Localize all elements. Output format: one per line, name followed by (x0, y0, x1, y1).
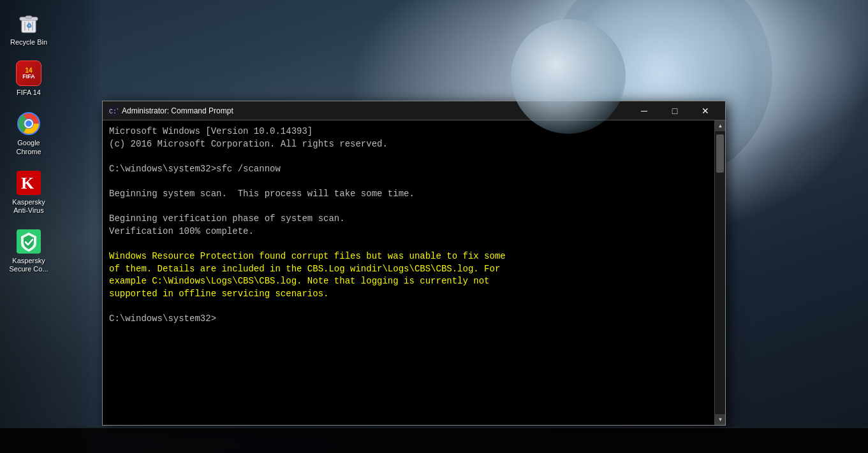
recycle-bin-icon-container[interactable]: ♻ Recycle Bin (3, 6, 54, 50)
scrollbar-thumb[interactable] (716, 134, 724, 173)
cmd-line-8: Beginning verification phase of system s… (109, 213, 708, 226)
cmd-line-14: supported in offline servicing scenarios… (109, 288, 708, 301)
fifa-label: FIFA 14 (17, 89, 41, 97)
cmd-line-6: Beginning system scan. This process will… (109, 188, 708, 201)
cmd-line-10 (109, 238, 708, 250)
cmd-line-7 (109, 201, 708, 213)
kaspersky-av-icon-container[interactable]: K Kaspersky Anti-Virus (3, 166, 54, 219)
cmd-line-16: C:\windows\system32> (109, 313, 708, 326)
titlebar-buttons: ─ □ ✕ (629, 101, 720, 120)
cmd-scrollbar[interactable]: ▲ ▼ (714, 120, 725, 425)
cmd-line-2: (c) 2016 Microsoft Corporation. All righ… (109, 138, 708, 151)
cmd-line-11: Windows Resource Protection found corrup… (109, 250, 708, 263)
scrollbar-down-arrow[interactable]: ▼ (715, 414, 725, 425)
chrome-icon-container[interactable]: Google Chrome (3, 107, 54, 159)
cmd-line-3 (109, 150, 708, 163)
cmd-line-5 (109, 175, 708, 188)
fifa-icon-graphic: 14 FIFA (16, 61, 41, 86)
cmd-titlebar-icon: C:\ (108, 106, 118, 116)
kaspersky-secure-image (16, 229, 41, 254)
svg-text:♻: ♻ (26, 22, 32, 29)
cmd-titlebar-title: Administrator: Command Prompt (122, 106, 629, 115)
fifa-icon-container[interactable]: 14 FIFA FIFA 14 (3, 57, 54, 101)
svg-rect-2 (26, 16, 32, 18)
desktop: ♻ Recycle Bin 14 FIFA FIFA 14 (0, 0, 868, 453)
svg-text:C:\: C:\ (109, 108, 118, 115)
chrome-image (16, 111, 41, 136)
scrollbar-track[interactable] (715, 131, 725, 414)
cmd-titlebar[interactable]: C:\ Administrator: Command Prompt ─ □ ✕ (103, 101, 725, 120)
cmd-line-12: of them. Details are included in the CBS… (109, 263, 708, 276)
chrome-label: Google Chrome (6, 139, 52, 155)
close-button[interactable]: ✕ (691, 101, 720, 120)
cmd-line-15 (109, 300, 708, 313)
cmd-line-1: Microsoft Windows [Version 10.0.14393] (109, 126, 708, 138)
taskbar[interactable] (0, 428, 868, 453)
kaspersky-av-image: K (16, 170, 41, 196)
cmd-line-13: example C:\Windows\Logs\CBS\CBS.log. Not… (109, 275, 708, 288)
kaspersky-av-svg: K (17, 171, 41, 195)
recycle-bin-image: ♻ (16, 10, 41, 36)
cmd-body: Microsoft Windows [Version 10.0.14393] (… (103, 120, 725, 425)
kaspersky-av-label: Kaspersky Anti-Virus (6, 198, 52, 215)
maximize-button[interactable]: □ (660, 101, 689, 120)
recycle-bin-label: Recycle Bin (10, 38, 47, 47)
cmd-window: C:\ Administrator: Command Prompt ─ □ ✕ … (102, 101, 726, 426)
cmd-content[interactable]: Microsoft Windows [Version 10.0.14393] (… (103, 120, 714, 425)
kaspersky-secure-svg (17, 229, 41, 254)
cmd-line-4: C:\windows\system32>sfc /scannow (109, 163, 708, 176)
chrome-svg (17, 111, 41, 136)
recycle-bin-svg: ♻ (17, 11, 41, 35)
svg-point-12 (26, 120, 32, 127)
fifa-image: 14 FIFA (16, 61, 41, 86)
kaspersky-secure-label: Kaspersky Secure Co... (6, 257, 52, 273)
desktop-icon-area: ♻ Recycle Bin 14 FIFA FIFA 14 (0, 0, 57, 291)
svg-text:K: K (21, 174, 34, 192)
minimize-button[interactable]: ─ (629, 101, 659, 120)
scrollbar-up-arrow[interactable]: ▲ (715, 120, 725, 131)
kaspersky-secure-icon-container[interactable]: Kaspersky Secure Co... (3, 225, 54, 277)
cmd-line-9: Verification 100% complete. (109, 226, 708, 238)
